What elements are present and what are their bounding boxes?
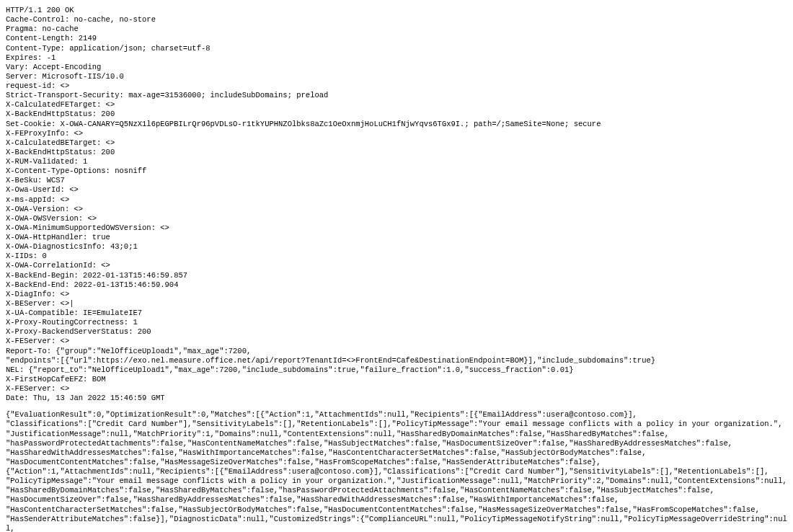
http-header-line: Pragma: no-cache	[6, 25, 787, 34]
http-header-line: X-FEServer: <>	[6, 384, 787, 394]
http-header-line: Report-To: {"group":"NelOfficeUpload1","…	[6, 347, 787, 356]
http-header-line: Cache-Control: no-cache, no-store	[6, 15, 787, 25]
http-header-line: "endpoints":[{"url":https://exo.nel.meas…	[6, 356, 787, 365]
http-header-line: X-CalculatedFETarget: <>	[6, 100, 787, 110]
http-header-line: X-OWA-Version: <>	[6, 205, 787, 214]
http-header-line: X-OWA-HttpHandler: true	[6, 233, 787, 242]
status-line: HTTP/1.1 200 OK	[6, 6, 787, 15]
http-header-line: X-OWA-MinimumSupportedOWSVersion: <>	[6, 223, 787, 233]
http-header-line: X-Proxy-BackendServerStatus: 200	[6, 327, 787, 337]
http-header-line: X-RUM-Validated: 1	[6, 157, 787, 167]
http-header-line: NEL: {"report_to":"NelOfficeUpload1","ma…	[6, 365, 787, 375]
http-header-line: Date: Thu, 13 Jan 2022 15:46:59 GMT	[6, 394, 787, 403]
http-header-line: X-BackEndHttpStatus: 200	[6, 148, 787, 157]
http-header-line: X-Owa-UserId: <>	[6, 185, 787, 195]
http-header-line: X-FirstHopCafeEFZ: BOM	[6, 375, 787, 384]
http-header-line: X-BackEnd-Begin: 2022-01-13T15:46:59.857	[6, 271, 787, 280]
http-header-line: X-UA-Compatible: IE=EmulateIE7	[6, 309, 787, 318]
http-header-line: X-FEServer: <>	[6, 337, 787, 346]
http-header-line: Vary: Accept-Encoding	[6, 63, 787, 72]
http-header-line: Set-Cookie: X-OWA-CANARY=Q5NzX1l6pEGPBIL…	[6, 120, 787, 129]
http-header-line: x-ms-appId: <>	[6, 195, 787, 205]
http-header-line: X-BeSku: WCS7	[6, 176, 787, 185]
http-header-line: X-Proxy-RoutingCorrectness: 1	[6, 318, 787, 327]
http-headers-block: Cache-Control: no-cache, no-storePragma:…	[6, 15, 787, 403]
http-header-line: X-BEServer: <>|	[6, 299, 787, 309]
http-response-dump: HTTP/1.1 200 OK Cache-Control: no-cache,…	[0, 0, 793, 532]
http-header-line: X-FEProxyInfo: <>	[6, 129, 787, 138]
http-header-line: Content-Type: application/json; charset=…	[6, 44, 787, 53]
http-header-line: X-OWA-CorrelationId: <>	[6, 261, 787, 270]
http-header-line: Server: Microsoft-IIS/10.0	[6, 72, 787, 81]
http-header-line: request-id: <>	[6, 81, 787, 91]
http-header-line: X-BackEnd-End: 2022-01-13T15:46:59.904	[6, 280, 787, 290]
http-header-line: Expires: -1	[6, 53, 787, 63]
http-header-line: X-CalculatedBETarget: <>	[6, 138, 787, 148]
http-header-line: X-DiagInfo: <>	[6, 290, 787, 299]
body-pre: {"EvaluationResult":0,"OptimizationResul…	[6, 410, 787, 532]
http-header-line: Content-Length: 2149	[6, 34, 787, 43]
http-header-line: X-Content-Type-Options: nosniff	[6, 167, 787, 176]
http-body-block: {"EvaluationResult":0,"OptimizationResul…	[6, 410, 787, 532]
http-header-line: X-OWA-DiagnosticsInfo: 43;0;1	[6, 242, 787, 252]
http-header-line: X-BackEndHttpStatus: 200	[6, 110, 787, 119]
http-header-line: Strict-Transport-Security: max-age=31536…	[6, 91, 787, 100]
http-header-line: X-IIDs: 0	[6, 252, 787, 261]
http-header-line: X-OWA-OWSVersion: <>	[6, 214, 787, 223]
